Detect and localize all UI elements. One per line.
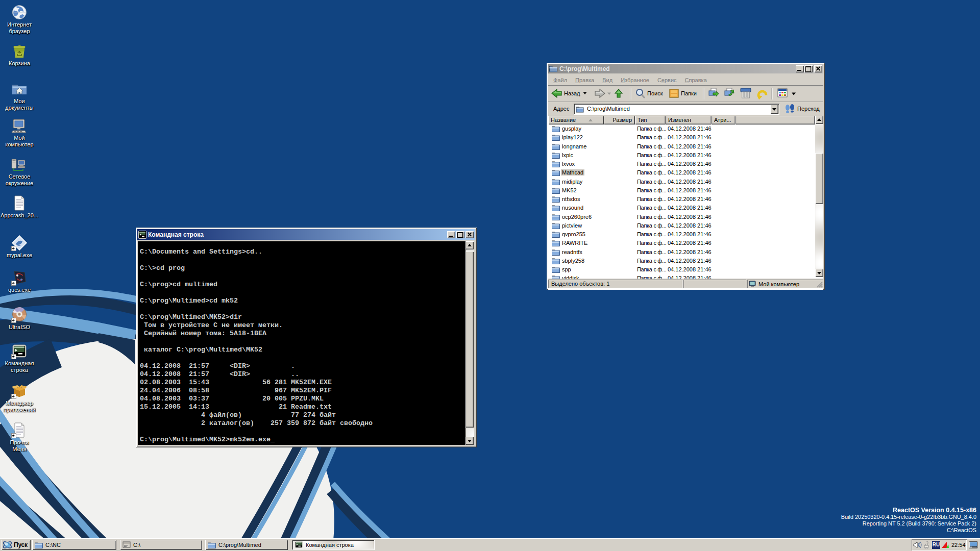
svg-text:Папки: Папки [681,90,697,96]
svg-text:Назад: Назад [564,90,580,96]
svg-text:Поиск: Поиск [647,90,663,96]
